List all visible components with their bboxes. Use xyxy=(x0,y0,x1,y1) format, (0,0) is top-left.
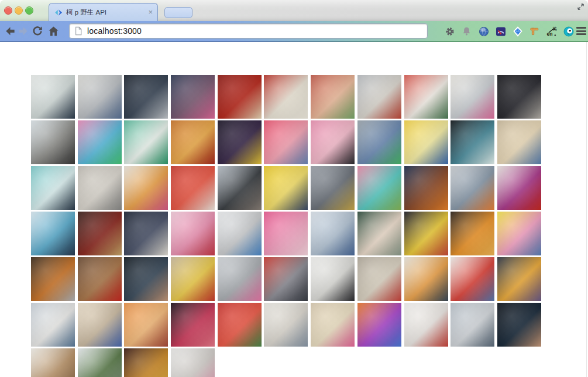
photo-thumbnail[interactable] xyxy=(404,257,448,301)
photo-thumbnail[interactable] xyxy=(497,303,541,347)
photo-thumbnail[interactable] xyxy=(78,257,122,301)
photo-thumbnail[interactable] xyxy=(357,120,401,164)
photo-thumbnail[interactable] xyxy=(264,303,308,347)
menu-icon[interactable] xyxy=(576,26,586,36)
photo-thumbnail[interactable] xyxy=(357,75,401,119)
photo-thumbnail[interactable] xyxy=(451,303,494,347)
photo-thumbnail[interactable] xyxy=(171,75,215,119)
photo-thumbnail[interactable] xyxy=(124,75,168,119)
page-content xyxy=(0,42,588,377)
ruler-icon[interactable] xyxy=(529,26,540,37)
tab-title: 柯 p 野生 API xyxy=(66,8,145,17)
photo-thumbnail[interactable] xyxy=(497,120,541,164)
photo-thumbnail[interactable] xyxy=(311,75,355,119)
photo-thumbnail[interactable] xyxy=(451,75,494,119)
reload-icon[interactable] xyxy=(30,24,44,38)
home-icon[interactable] xyxy=(46,24,60,38)
photo-thumbnail[interactable] xyxy=(451,120,494,164)
photo-thumbnail[interactable] xyxy=(497,166,541,210)
photo-thumbnail[interactable] xyxy=(404,303,448,347)
photo-thumbnail[interactable] xyxy=(311,166,355,210)
photo-thumbnail[interactable] xyxy=(171,257,215,301)
tab-strip: 柯 p 野生 API × xyxy=(0,0,588,21)
photo-thumbnail[interactable] xyxy=(404,212,448,255)
close-window-button[interactable] xyxy=(4,6,12,15)
extension-row: en 英 xyxy=(444,23,574,39)
new-tab-button[interactable] xyxy=(164,7,192,18)
photo-thumbnail[interactable] xyxy=(124,120,168,164)
fullscreen-icon[interactable] xyxy=(576,2,585,11)
photo-thumbnail[interactable] xyxy=(78,303,122,347)
photo-thumbnail[interactable] xyxy=(218,257,262,301)
photo-thumbnail[interactable] xyxy=(311,257,355,301)
photo-thumbnail[interactable] xyxy=(404,120,448,164)
photo-thumbnail[interactable] xyxy=(218,75,262,119)
zoom-window-button[interactable] xyxy=(25,6,33,15)
browser-tab[interactable]: 柯 p 野生 API × xyxy=(49,3,158,21)
photo-thumbnail[interactable] xyxy=(451,212,494,255)
photo-thumbnail[interactable] xyxy=(264,212,308,255)
photo-thumbnail[interactable] xyxy=(171,120,215,164)
photo-thumbnail[interactable] xyxy=(171,303,215,347)
photo-thumbnail[interactable] xyxy=(264,166,308,210)
photo-thumbnail[interactable] xyxy=(124,348,168,377)
page-document-icon xyxy=(74,26,82,36)
photo-thumbnail[interactable] xyxy=(311,120,355,164)
photo-thumbnail[interactable] xyxy=(357,257,401,301)
photo-thumbnail[interactable] xyxy=(78,120,122,164)
blue-gem-icon[interactable] xyxy=(512,26,523,37)
translate-en-icon[interactable]: en 英 xyxy=(546,26,557,37)
photo-thumbnail[interactable] xyxy=(311,303,355,347)
photo-thumbnail[interactable] xyxy=(357,212,401,255)
photo-thumbnail[interactable] xyxy=(31,120,75,164)
photo-thumbnail[interactable] xyxy=(357,303,401,347)
photo-thumbnail[interactable] xyxy=(451,166,494,210)
speedometer-icon[interactable] xyxy=(495,26,506,37)
photo-thumbnail[interactable] xyxy=(78,166,122,210)
photo-thumbnail[interactable] xyxy=(404,166,448,210)
notification-bell-icon[interactable] xyxy=(461,26,472,37)
photo-thumbnail[interactable] xyxy=(451,257,494,301)
photo-thumbnail[interactable] xyxy=(497,212,541,255)
photo-thumbnail[interactable] xyxy=(264,120,308,164)
photo-thumbnail[interactable] xyxy=(124,257,168,301)
photo-thumbnail[interactable] xyxy=(31,257,75,301)
settings-gear-icon[interactable] xyxy=(444,26,455,37)
photo-thumbnail[interactable] xyxy=(218,303,262,347)
photo-thumbnail[interactable] xyxy=(264,257,308,301)
tab-close-icon[interactable]: × xyxy=(148,9,153,16)
photo-thumbnail[interactable] xyxy=(31,303,75,347)
photo-thumbnail[interactable] xyxy=(31,75,75,119)
photo-thumbnail[interactable] xyxy=(31,166,75,210)
photo-grid xyxy=(31,75,541,377)
back-icon[interactable] xyxy=(3,24,17,38)
photo-thumbnail[interactable] xyxy=(78,75,122,119)
photo-thumbnail[interactable] xyxy=(171,348,215,377)
url-text[interactable]: localhost:3000 xyxy=(87,26,142,36)
photo-thumbnail[interactable] xyxy=(171,212,215,255)
globe-icon[interactable] xyxy=(478,26,489,37)
photo-thumbnail[interactable] xyxy=(497,75,541,119)
photo-thumbnail[interactable] xyxy=(311,212,355,255)
browser-window: 柯 p 野生 API × xyxy=(0,0,588,377)
photo-thumbnail[interactable] xyxy=(124,166,168,210)
parrot-icon[interactable] xyxy=(563,26,574,37)
scrollbar-track[interactable] xyxy=(586,42,587,377)
forward-icon[interactable] xyxy=(16,24,30,38)
photo-thumbnail[interactable] xyxy=(78,348,122,377)
minimize-window-button[interactable] xyxy=(15,6,23,15)
photo-thumbnail[interactable] xyxy=(218,212,262,255)
photo-thumbnail[interactable] xyxy=(264,75,308,119)
photo-thumbnail[interactable] xyxy=(218,120,262,164)
photo-thumbnail[interactable] xyxy=(404,75,448,119)
photo-thumbnail[interactable] xyxy=(171,166,215,210)
photo-thumbnail[interactable] xyxy=(124,303,168,347)
photo-thumbnail[interactable] xyxy=(31,212,75,255)
photo-thumbnail[interactable] xyxy=(124,212,168,255)
photo-thumbnail[interactable] xyxy=(31,348,75,377)
photo-thumbnail[interactable] xyxy=(78,212,122,255)
address-bar[interactable]: localhost:3000 xyxy=(69,23,428,39)
photo-thumbnail[interactable] xyxy=(357,166,401,210)
photo-thumbnail[interactable] xyxy=(218,166,262,210)
photo-thumbnail[interactable] xyxy=(497,257,541,301)
